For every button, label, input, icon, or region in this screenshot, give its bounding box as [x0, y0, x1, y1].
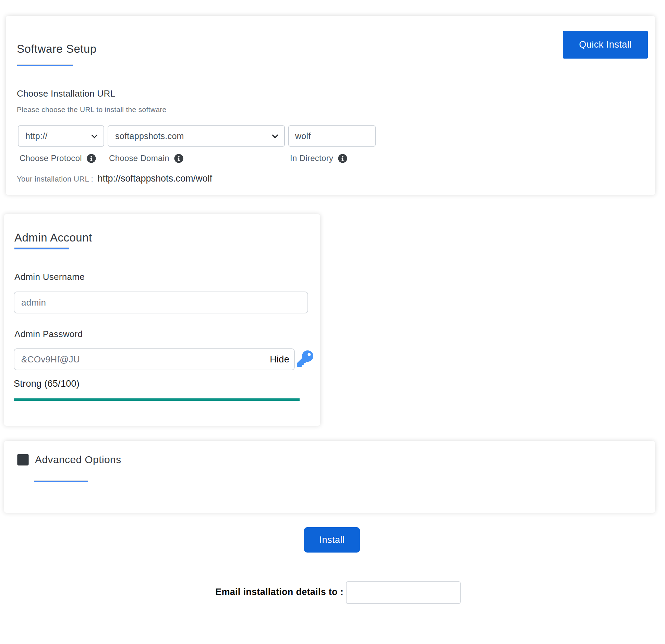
title-underline — [14, 247, 69, 249]
email-details-input[interactable] — [346, 581, 461, 604]
domain-label-group: Choose Domain — [109, 153, 183, 163]
password-strength-text: Strong (65/100) — [14, 379, 80, 389]
installation-url-value: http://softappshots.com/wolf — [97, 173, 212, 184]
installation-url-line: Your installation URL : http://softappsh… — [17, 173, 212, 184]
domain-label: Choose Domain — [109, 153, 169, 163]
password-hide-toggle[interactable]: Hide — [270, 354, 294, 365]
admin-account-card: Admin Account Admin Username Admin Passw… — [4, 214, 320, 426]
domain-select[interactable]: softappshots.com — [108, 125, 285, 147]
software-setup-card: Software Setup Quick Install Choose Inst… — [6, 16, 655, 195]
quick-install-button[interactable]: Quick Install — [563, 31, 648, 59]
installation-url-row: http:// softappshots.com — [6, 125, 655, 147]
directory-label-group: In Directory — [290, 153, 347, 163]
email-details-label: Email installation details to : — [137, 587, 343, 597]
admin-username-input[interactable] — [14, 292, 308, 313]
title-underline — [34, 480, 88, 482]
password-strength-bar — [14, 398, 300, 401]
plus-square-icon — [16, 453, 29, 466]
admin-account-title: Admin Account — [14, 231, 92, 244]
installer-page: Software Setup Quick Install Choose Inst… — [0, 0, 665, 644]
choose-installation-url-subtitle: Please choose the URL to install the sof… — [17, 106, 166, 114]
info-icon[interactable] — [174, 154, 183, 163]
advanced-options-card: Advanced Options — [4, 441, 655, 513]
advanced-options-title: Advanced Options — [35, 454, 121, 466]
protocol-select-wrap: http:// — [18, 125, 104, 147]
admin-password-field: Hide — [14, 348, 295, 370]
install-button[interactable]: Install — [304, 527, 360, 553]
advanced-options-toggle[interactable]: Advanced Options — [16, 453, 121, 466]
admin-username-label: Admin Username — [14, 272, 85, 282]
choose-installation-url-heading: Choose Installation URL — [17, 88, 115, 99]
key-icon[interactable] — [297, 350, 313, 367]
password-strength-fill — [14, 398, 300, 401]
directory-label: In Directory — [290, 153, 333, 163]
field-labels-row: Choose Protocol Choose Domain In Directo… — [6, 153, 655, 164]
directory-input[interactable] — [288, 125, 376, 147]
domain-select-wrap: softappshots.com — [108, 125, 285, 147]
software-setup-title: Software Setup — [17, 42, 97, 55]
info-icon[interactable] — [87, 154, 96, 163]
admin-password-label: Admin Password — [14, 329, 83, 339]
protocol-label: Choose Protocol — [20, 153, 82, 163]
installation-url-label: Your installation URL : — [17, 175, 93, 183]
protocol-label-group: Choose Protocol — [20, 153, 96, 163]
title-underline — [17, 64, 73, 66]
admin-password-input[interactable] — [14, 349, 270, 370]
info-icon[interactable] — [338, 154, 347, 163]
protocol-select[interactable]: http:// — [18, 125, 104, 147]
